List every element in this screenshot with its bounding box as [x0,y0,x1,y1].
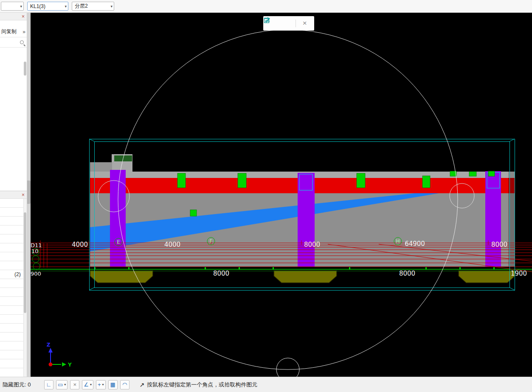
table-row[interactable]: (2) [0,270,27,279]
dimension-label: 8000 [213,270,229,277]
search-icon [20,40,24,44]
chevron-down-icon: ▾ [110,4,113,8]
clear-icon: × [73,381,77,388]
panel-splitter[interactable] [27,13,31,377]
ortho-icon: ∟ [46,381,52,388]
table-row[interactable] [0,279,27,288]
table-row[interactable] [0,288,27,297]
table-row[interactable] [0,261,27,270]
rect-select-button[interactable]: ▭ ▾ [56,380,68,389]
layer-mode-value: 分层2 [75,3,109,10]
table-row[interactable] [0,217,27,226]
grid-label: D11 [31,242,42,248]
sidebar-item-copy[interactable]: 间复制 » [0,26,27,37]
angle-snap-button[interactable]: ∠ ▾ [82,380,93,389]
properties-panel: × (2) [0,191,27,377]
table-cell-value: (2) [14,271,21,277]
arc-tool-button[interactable]: ◠ [120,380,129,389]
structure-model[interactable] [90,154,515,283]
table-row[interactable] [0,359,27,368]
beam-red-side [508,178,515,193]
column-purple[interactable] [485,171,501,269]
main-area: × 间复制 » × [0,13,532,377]
marker-green[interactable] [177,173,186,188]
dimension-label: 8000 [491,241,507,248]
dimension-label: 8000 [399,270,415,277]
footing-olive[interactable] [90,271,153,283]
close-button[interactable]: × [300,18,310,28]
dimension-label: 4000 [72,241,88,248]
marker-green[interactable] [422,176,430,188]
model-viewport[interactable]: E F H 4000 4000 8000 64900 8000 8000 [31,13,532,377]
base-shadow-band [90,267,515,271]
swap-arrows-icon [263,16,271,24]
search-row[interactable] [0,37,27,48]
scrollbar-thumb[interactable] [24,212,26,313]
table-row[interactable] [0,306,27,315]
marker-green[interactable] [469,172,476,176]
table-row[interactable] [0,297,27,306]
status-bar: 隐藏图元: 0 ∟ ▭ ▾ × ∠ ▾ + ▾ ▦ ◠ ↗ 按鼠标左键指定第一个… [0,377,532,392]
swap-view-button[interactable] [281,18,292,28]
grid-display-button[interactable]: ▦ [108,380,118,389]
chevron-down-icon: ▾ [90,383,92,386]
grid-icon: ▦ [110,381,115,388]
table-row[interactable] [0,324,27,333]
ortho-mode-button[interactable]: ∟ [44,380,53,389]
close-icon[interactable]: × [22,14,25,19]
snap-settings-button[interactable]: + ▾ [96,380,106,389]
axis-bubble-label: E [117,239,120,245]
app-window: ▾ KL1(3) ▾ 分层2 ▾ × 间复制 » [0,0,532,392]
footing-olive[interactable] [274,271,337,283]
snap-icon: + [98,381,101,388]
marker-green[interactable] [238,173,246,188]
component-name-value: KL1(3) [30,3,63,9]
model-canvas[interactable]: E F H 4000 4000 8000 64900 8000 8000 [31,13,532,377]
status-hint-text: 按鼠标左键指定第一个角点，或拾取构件图元 [147,381,257,389]
table-row[interactable] [0,350,27,359]
arc-icon: ◠ [122,381,127,388]
status-hint: ↗ 按鼠标左键指定第一个角点，或拾取构件图元 [140,381,258,389]
component-name-combo[interactable]: KL1(3) ▾ [27,2,68,11]
marker-green[interactable] [190,210,197,216]
axis-y-label: Y [68,362,72,368]
dimension-label: 64900 [405,240,425,248]
left-sidebar: × 间复制 » × [0,13,27,377]
expand-more-icon[interactable]: » [23,29,25,35]
floating-toolbar: × [263,16,314,31]
slab-side-face [508,172,515,178]
layer-mode-combo[interactable]: 分层2 ▾ [72,2,114,11]
column-purple[interactable] [110,170,126,269]
toolbar-divider [296,20,296,27]
axis-triad: Z Y [47,342,72,368]
footings-group[interactable] [90,271,515,283]
dimension-label: 4000 [164,241,180,248]
scrollbar-track[interactable] [23,199,27,377]
angle-icon: ∠ [84,381,89,388]
close-icon: × [303,19,307,28]
table-row[interactable] [0,333,27,341]
column-purple[interactable] [298,173,315,269]
grid-label: 10 [31,248,39,254]
scrollbar-thumb[interactable] [24,62,26,76]
table-row[interactable] [0,226,27,234]
sidebar-item-label: 间复制 [1,28,17,35]
table-row[interactable] [0,315,27,324]
table-row[interactable] [0,252,27,261]
table-row[interactable] [0,234,27,243]
table-row[interactable] [0,199,27,208]
close-icon[interactable]: × [22,192,25,197]
table-row[interactable] [0,341,27,350]
footing-olive[interactable] [459,271,515,283]
table-row[interactable] [0,208,27,217]
element-type-combo[interactable]: ▾ [1,2,24,11]
marker-green[interactable] [488,171,495,176]
slab-step-low[interactable] [90,162,112,172]
chevron-down-icon: ▾ [65,4,67,8]
dimension-label: 1900 [511,270,527,277]
axis-bubble-label: F [210,238,213,244]
clear-selection-button[interactable]: × [70,380,79,389]
marker-green[interactable] [357,173,365,188]
panel-collapse-handle[interactable] [27,180,31,204]
table-row[interactable] [0,243,27,252]
